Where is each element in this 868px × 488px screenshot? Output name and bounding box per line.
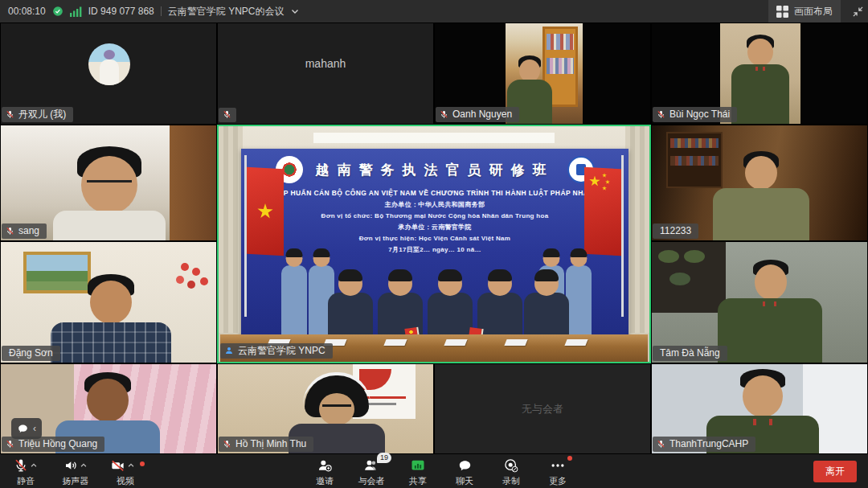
vietnam-flag	[247, 167, 284, 256]
video-tile-mahanh[interactable]: mahanh	[217, 23, 434, 125]
video-tile-sang[interactable]: sang	[0, 125, 217, 241]
speaker-icon	[63, 458, 78, 473]
muted-mic-icon	[6, 227, 14, 236]
no-participant-text: 无与会者	[435, 402, 650, 416]
participant-nameplate: Oanh Nguyen	[436, 107, 519, 122]
share-button-label: 共享	[409, 475, 427, 487]
chat-collapse-chevron-icon: ‹	[33, 423, 36, 434]
meeting-timer: 00:08:10	[8, 6, 46, 17]
video-notification-dot	[140, 461, 145, 466]
participant-nameplate: Hồ Thị Minh Thu	[219, 437, 313, 452]
more-button-label: 更多	[549, 475, 567, 487]
banner-title-vn: LỚP TẬP HUẤN CÁN BỘ CÔNG AN VIỆT NAM VỀ …	[241, 189, 628, 197]
participant-nameplate: 112233	[653, 223, 698, 239]
mute-button-label: 静音	[17, 475, 35, 487]
more-dots-icon	[550, 457, 566, 474]
attendee-figure	[428, 293, 473, 336]
participant-nameplate: 云南警官学院 YNPC	[220, 343, 333, 359]
video-tile-empty[interactable]: 无与会者	[434, 363, 651, 454]
attendee-figure	[328, 293, 373, 336]
video-tile-ho[interactable]: Hồ Thị Minh Thu	[217, 363, 434, 454]
meeting-window: 00:08:10 ID 949 077 868 云南警官学院 YNPC的会议 画…	[0, 0, 868, 488]
invite-button-label: 邀请	[316, 475, 334, 487]
more-notification-dot	[567, 456, 572, 461]
video-grid: 丹双儿 (我) mahanh	[0, 23, 868, 454]
camera-off-icon	[110, 458, 125, 473]
muted-mic-icon	[657, 440, 665, 449]
participant-nameplate: Đặng Sơn	[2, 346, 60, 361]
speaker-button-label: 扬声器	[63, 475, 89, 487]
video-button[interactable]: 视频	[109, 457, 141, 487]
more-button[interactable]: 更多	[542, 457, 574, 487]
record-button[interactable]: 录制	[495, 457, 527, 487]
chat-float-widget[interactable]: ‹	[11, 418, 42, 439]
banner-line: 主办单位：中华人民共和国商务部	[241, 200, 628, 209]
record-icon	[503, 457, 519, 474]
video-tile-dangson[interactable]: Đặng Sơn	[0, 241, 217, 363]
participants-button-label: 与会者	[358, 475, 385, 487]
video-tile-tam[interactable]: Tâm Đà Nẵng	[651, 241, 868, 363]
share-button[interactable]: 共享	[402, 457, 434, 487]
video-tile-bui[interactable]: Bùi Ngọc Thái	[651, 23, 868, 125]
video-tile-trieu[interactable]: Triệu Hồng Quang	[0, 363, 217, 454]
layout-button[interactable]: 画面布局	[768, 0, 841, 23]
avatar	[88, 43, 130, 85]
person-icon	[224, 346, 234, 355]
exit-fullscreen-icon[interactable]	[847, 0, 868, 23]
china-flag	[584, 167, 621, 256]
muted-mic-icon	[6, 110, 14, 119]
mute-options-chevron-icon[interactable]	[30, 461, 38, 470]
mute-button[interactable]: 静音	[10, 457, 42, 487]
video-tile-112233[interactable]: 112233	[651, 125, 868, 241]
attendee-figure	[566, 265, 592, 336]
cap-shelf	[652, 242, 726, 313]
chat-button-label: 聊天	[456, 475, 473, 487]
video-tile-danshuanger[interactable]: 丹双儿 (我)	[0, 23, 217, 125]
top-bar: 00:08:10 ID 949 077 868 云南警官学院 YNPC的会议 画…	[0, 0, 868, 23]
banner-line: Đơn vị thực hiện: Học Viện Cảnh sát Việt…	[241, 235, 628, 242]
flag-pole-right	[621, 155, 624, 317]
banner-title-cn: 越南警务执法官员研修班	[316, 161, 555, 179]
banner-line: 承办单位：云南警官学院	[241, 223, 628, 232]
participants-count-badge: 19	[377, 453, 391, 463]
invite-button[interactable]: 邀请	[309, 457, 341, 487]
network-signal-icon[interactable]	[70, 6, 82, 17]
attendee-figure	[281, 265, 307, 336]
chat-bubble-icon	[457, 458, 473, 474]
attendee-figure	[524, 293, 569, 336]
participant-center-name: mahanh	[218, 57, 433, 70]
meeting-info-chevron-icon[interactable]	[290, 6, 300, 16]
chat-bubble-icon	[17, 423, 29, 435]
video-button-label: 视频	[117, 475, 134, 487]
door-frame	[170, 125, 216, 241]
layout-button-label: 画面布局	[794, 5, 833, 18]
video-tile-ynpc[interactable]: 越南警务执法官员研修班 LỚP TẬP HUẤN CÁN BỘ CÔNG AN …	[217, 125, 651, 363]
meeting-id: ID 949 077 868	[88, 6, 154, 17]
muted-mic-icon	[440, 110, 448, 119]
participant-nameplate: sang	[2, 223, 47, 239]
video-options-chevron-icon[interactable]	[127, 461, 135, 470]
video-tile-oanh[interactable]: Oanh Nguyen	[434, 23, 651, 125]
muted-mic-icon	[14, 458, 28, 473]
leave-button[interactable]: 离开	[813, 461, 857, 482]
participant-nameplate: ThanhTrungCAHP	[653, 437, 755, 452]
participant-nameplate	[219, 108, 236, 122]
participant-nameplate: Tâm Đà Nẵng	[653, 346, 727, 361]
grid-layout-icon	[776, 6, 788, 18]
muted-mic-icon	[6, 440, 14, 449]
participant-nameplate: 丹双儿 (我)	[2, 107, 73, 122]
encryption-shield-icon[interactable]	[52, 6, 63, 17]
flowers	[181, 263, 189, 271]
chat-button[interactable]: 聊天	[448, 457, 481, 487]
curtain-left	[219, 126, 243, 333]
meeting-title: 云南警官学院 YNPC的会议	[168, 5, 285, 18]
curtain-right	[625, 126, 649, 333]
muted-mic-icon	[223, 440, 231, 449]
bottom-toolbar: 静音 扬声器 视频	[0, 454, 868, 488]
video-tile-thanh[interactable]: ThanhTrungCAHP	[651, 363, 868, 454]
speaker-options-chevron-icon[interactable]	[80, 461, 88, 470]
invite-person-icon	[317, 457, 333, 474]
participants-button[interactable]: 19 与会者	[355, 457, 387, 487]
speaker-button[interactable]: 扬声器	[59, 457, 92, 487]
attendee-figure	[477, 293, 522, 336]
